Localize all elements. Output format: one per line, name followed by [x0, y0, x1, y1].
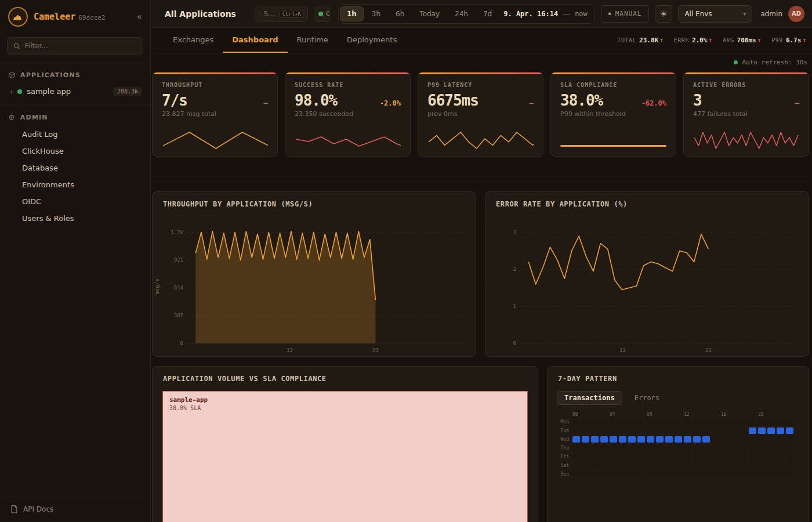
kpi-accent-bar	[551, 72, 676, 74]
heatmap-cell	[572, 419, 580, 425]
heatmap-cell	[675, 462, 682, 469]
heatmap-cell	[619, 436, 626, 443]
svg-text:23: 23	[372, 347, 379, 353]
heatmap-cell	[758, 427, 766, 434]
heatmap-cell	[777, 445, 784, 451]
kpi-value: 6675ms	[427, 92, 478, 109]
heatmap-cell	[758, 454, 766, 460]
sidebar-item-clickhouse[interactable]: ClickHouse	[0, 143, 150, 160]
kpi-subtitle: P99 within threshold	[560, 110, 666, 118]
sidebar-item-oidc[interactable]: OIDC	[0, 193, 150, 210]
heatmap-cell	[675, 471, 682, 477]
sidebar-item-environments[interactable]: Environments	[0, 176, 150, 193]
time-range-buttons: 1h3h6hToday24h7d	[340, 6, 499, 21]
heatmap-cell	[647, 427, 654, 434]
heatmap-row-tue: Tue	[557, 427, 799, 434]
heatmap-cell	[740, 462, 747, 469]
online-toggle[interactable]: O	[314, 6, 330, 22]
date-display[interactable]: 9. Apr. 16:14	[499, 10, 563, 18]
kpi-accent-bar	[418, 72, 543, 74]
admin-section-header: ⚙ ADMIN	[0, 111, 150, 126]
sidebar-item-audit-log[interactable]: Audit Log	[0, 126, 150, 143]
heatmap-cell	[740, 445, 747, 451]
kpi-subtitle: 23.350 succeeded	[295, 110, 401, 118]
heatmap-cell	[582, 471, 589, 477]
treemap-item-sample-app[interactable]: sample-app 38.0% SLA	[162, 391, 528, 522]
sidebar-collapse-button[interactable]: «	[137, 12, 142, 22]
env-selector[interactable]: All Envs ▾	[678, 5, 752, 23]
tab-dashboard[interactable]: Dashboard	[223, 28, 287, 53]
applications-section-label: APPLICATIONS	[20, 71, 81, 79]
heatmap-cell	[767, 445, 775, 451]
user-avatar[interactable]: AD	[788, 6, 804, 22]
heatmap-cell	[637, 427, 645, 434]
time-range-7d[interactable]: 7d	[476, 6, 499, 21]
heatmap-cell	[786, 427, 793, 434]
tab-exchanges[interactable]: Exchanges	[164, 28, 223, 53]
heatmap-cell	[582, 445, 589, 451]
filter-wrap	[0, 34, 150, 63]
heatmap-cell	[628, 471, 636, 477]
build-hash: 69dcce2	[78, 14, 105, 21]
heatmap-cell	[610, 427, 617, 434]
svg-text:2: 2	[513, 266, 516, 272]
heatmap-cell	[749, 419, 756, 425]
heatmap-cell	[730, 436, 738, 443]
heatmap-cell	[656, 427, 664, 434]
kpi-subtitle: 23.827 msg total	[162, 110, 268, 118]
time-range-6h[interactable]: 6h	[389, 6, 411, 21]
heatmap-cell	[600, 462, 608, 469]
heatmap-cell	[610, 471, 617, 477]
treemap-panel: APPLICATION VOLUME VS SLA COMPLIANCE sam…	[152, 366, 538, 522]
time-range-today[interactable]: Today	[412, 6, 447, 21]
filter-input[interactable]	[25, 42, 137, 50]
svg-text:1.2k: 1.2k	[171, 230, 183, 235]
tab-runtime[interactable]: Runtime	[288, 28, 338, 53]
heatmap-cell	[637, 454, 645, 460]
sidebar-item-users-roles[interactable]: Users & Roles	[0, 210, 150, 227]
heatmap-cell	[610, 436, 617, 443]
tab-deployments[interactable]: Deployments	[338, 28, 406, 53]
heatmap-cell	[767, 419, 775, 425]
tab-list: ExchangesDashboardRuntimeDeployments	[164, 28, 406, 53]
heatmap-cell	[582, 419, 589, 425]
pattern-tab-transactions[interactable]: Transactions	[557, 391, 622, 405]
kpi-delta: -62.0%	[641, 99, 666, 107]
heatmap-row-sun: Sun	[557, 471, 799, 477]
heatmap-day-label: Wed	[557, 437, 571, 442]
heatmap-cell	[730, 445, 738, 451]
throughput-chart: 03076149211.2k1223	[161, 220, 471, 355]
search-input[interactable]	[263, 10, 276, 18]
app-name: sample app	[27, 87, 108, 96]
pattern-tab-errors[interactable]: Errors	[627, 391, 667, 405]
kpi-card-success-rate: SUCCESS RATE98.0%-2.0%23.350 succeeded	[285, 72, 411, 157]
main-area: All Applications Ctrl+K O 1h3h6hToday24h…	[151, 0, 812, 522]
panel-header: 7-DAY PATTERN	[548, 367, 809, 387]
now-button[interactable]: now	[570, 10, 593, 18]
heatmap-cell	[647, 436, 654, 443]
sidebar-item-database[interactable]: Database	[0, 160, 150, 176]
heatmap-cell	[675, 419, 682, 425]
heatmap-cell	[600, 445, 608, 451]
package-icon	[8, 71, 16, 79]
panel-header: THROUGHPUT BY APPLICATION (MSG/S)	[153, 192, 476, 216]
heatmap-cell	[702, 462, 710, 469]
sidebar-filter[interactable]	[7, 37, 143, 55]
time-range-3h[interactable]: 3h	[365, 6, 387, 21]
sidebar-item-sample-app[interactable]: › sample app 208.3k	[0, 84, 150, 99]
sidebar-item-api-docs[interactable]: API Docs	[0, 496, 150, 522]
kpi-card-p99-latency: P99 LATENCY6675ms–prev 0ms	[418, 72, 543, 157]
theme-toggle-button[interactable]: ☀	[655, 5, 672, 23]
heatmap-cell	[740, 427, 747, 434]
time-range-1h[interactable]: 1h	[340, 6, 364, 21]
throughput-chart-panel: THROUGHPUT BY APPLICATION (MSG/S) msg/s …	[152, 191, 476, 357]
global-search[interactable]: Ctrl+K	[255, 6, 308, 22]
heatmap-cell	[712, 454, 719, 460]
time-range-24h[interactable]: 24h	[448, 6, 475, 21]
heatmap-cell	[591, 462, 599, 469]
manual-refresh-button[interactable]: ● MANUAL	[601, 5, 650, 23]
heatmap-cell	[730, 471, 738, 477]
svg-text:1: 1	[513, 303, 516, 309]
heatmap-cell	[712, 462, 719, 469]
kpi-accent-bar	[684, 72, 809, 74]
